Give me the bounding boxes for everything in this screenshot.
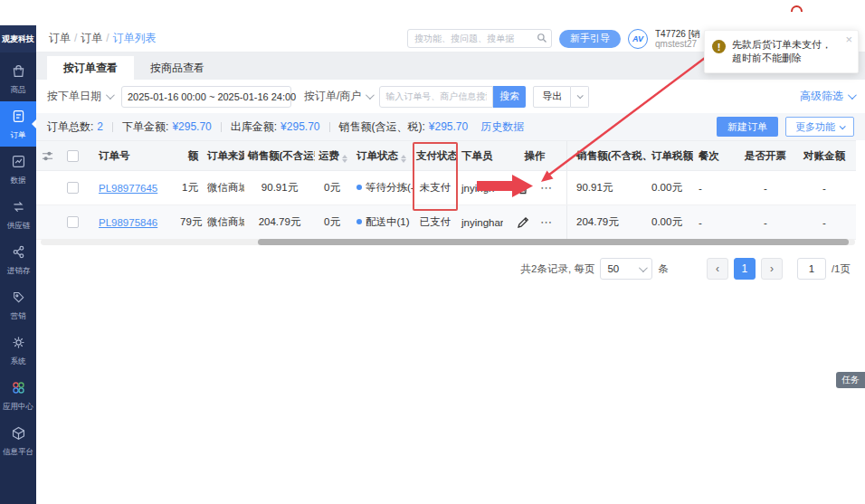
new-order-button[interactable]: 新建订单 [717, 117, 778, 137]
date-type-dropdown[interactable]: 按下单日期 [47, 89, 112, 104]
arrows-swap-icon [11, 199, 26, 218]
more-actions-button[interactable]: ⋯ [540, 218, 553, 227]
bag-icon [11, 63, 26, 82]
tax-cell: 0.00元 [648, 181, 693, 195]
global-search-input[interactable] [407, 29, 552, 48]
header-order-no[interactable]: 订单号 [86, 149, 176, 163]
horizontal-scrollbar-thumb[interactable] [258, 239, 849, 245]
order-no-link[interactable]: PL98977645 [99, 183, 157, 194]
header-reconcile[interactable]: 对账金额 [793, 149, 856, 163]
notification-red-arc [791, 5, 803, 12]
search-type-label: 按订单/商户 [304, 89, 361, 104]
close-icon[interactable]: × [845, 33, 852, 45]
newbie-guide-button[interactable]: 新手引导 [559, 30, 621, 48]
status-text: 等待分拣(-) [366, 182, 413, 193]
sidebar-item-label: 营销 [10, 311, 25, 320]
source-cell: 微信商城 [204, 215, 244, 229]
pay-status-cell: 未支付 [413, 181, 458, 195]
pagination-total-text: 共2条记录, 每页 [521, 262, 595, 276]
sidebar-item-label: 订单 [10, 130, 25, 139]
date-type-label: 按下单日期 [47, 89, 101, 104]
header-invoice[interactable]: 是否开票 [738, 149, 793, 163]
export-dropdown-button[interactable] [571, 86, 589, 108]
sidebar: 观麦科技 商品 订单 数据 供应链 进销存 [0, 25, 36, 504]
sidebar-item-goods[interactable]: 商品 [0, 56, 36, 101]
amount-clipped-cell: 1元 [176, 181, 204, 195]
export-button[interactable]: 导出 [533, 86, 571, 108]
sidebar-item-app-center[interactable]: 应用中心 [0, 373, 36, 418]
delete-icon[interactable] [517, 182, 529, 195]
header-sales[interactable]: 销售额(不含运费) [244, 149, 315, 163]
sales-value: ¥295.70 [429, 120, 468, 133]
sidebar-item-system[interactable]: 系统 [0, 328, 36, 373]
page-size-select[interactable]: 50 [600, 258, 652, 280]
warning-tooltip-text: 先款后货订单未支付，超时前不能删除 [732, 38, 839, 65]
task-tag[interactable]: 任务 [836, 372, 865, 388]
chevron-down-icon [577, 92, 584, 99]
header-orderer[interactable]: 下单员 [458, 149, 503, 163]
sidebar-item-label: 信息平台 [3, 447, 33, 456]
header-source[interactable]: 订单来源 [204, 149, 244, 163]
history-data-link[interactable]: 历史数据 [480, 119, 524, 135]
more-functions-button[interactable]: 更多功能 [785, 117, 854, 137]
date-range-picker[interactable]: 2025-01-16 00:00 ~ 2025-01-16 24:00 [121, 86, 291, 108]
header-sales-no-tax[interactable]: 销售额(不含税、运) [566, 141, 648, 170]
row-checkbox[interactable] [67, 216, 79, 228]
sidebar-item-inventory[interactable]: 进销存 [0, 237, 36, 282]
header-amount-clipped[interactable]: 额 [176, 149, 204, 163]
reconcile-cell: - [793, 217, 856, 228]
sidebar-item-label: 商品 [10, 85, 25, 94]
share-nodes-icon [11, 244, 26, 263]
breadcrumb: 订单 订单 订单列表 [49, 31, 157, 46]
orderer-cell: jnyingh [458, 183, 503, 194]
sort-icon[interactable] [401, 155, 406, 163]
tab-by-product[interactable]: 按商品查看 [134, 56, 221, 80]
sidebar-item-marketing[interactable]: 营销 [0, 282, 36, 328]
sort-icon[interactable] [342, 155, 347, 163]
search-button[interactable]: 搜索 [493, 86, 526, 108]
tab-by-order[interactable]: 按订单查看 [47, 56, 134, 80]
avatar[interactable]: AV [628, 29, 648, 49]
breadcrumb-item[interactable]: 订单 [49, 31, 71, 46]
header-status[interactable]: 订单状态 [349, 149, 413, 163]
sidebar-item-orders[interactable]: 订单 [0, 101, 36, 147]
page-jump-input[interactable] [797, 258, 826, 280]
more-actions-button[interactable]: ⋯ [540, 184, 553, 193]
header-shipping[interactable]: 运费 [315, 149, 349, 163]
order-amount-value: ¥295.70 [172, 120, 211, 133]
sales-label: 销售额(含运、税): [339, 119, 425, 135]
select-all-checkbox[interactable] [67, 150, 79, 162]
sidebar-item-data[interactable]: 数据 [0, 147, 36, 192]
order-no-link[interactable]: PL98975846 [99, 217, 157, 228]
row-checkbox[interactable] [67, 182, 79, 194]
chevron-down-icon [848, 90, 857, 100]
outbound-label: 出库金额: [231, 119, 277, 135]
header-pay-status[interactable]: 支付状态 [413, 149, 458, 163]
advanced-filter-label: 高级筛选 [800, 89, 843, 104]
edit-icon[interactable] [517, 216, 529, 229]
orderer-cell: jnyinghang [458, 217, 503, 228]
column-settings-icon[interactable] [36, 150, 59, 162]
advanced-filter-link[interactable]: 高级筛选 [800, 89, 854, 104]
sales-no-tax-cell: 204.79元 [566, 205, 648, 239]
sidebar-item-supply-chain[interactable]: 供应链 [0, 192, 36, 237]
header-meal[interactable]: 餐次 [693, 149, 738, 163]
chevron-down-icon [106, 90, 115, 100]
user-info[interactable]: T47726 [销 qmstest27 [655, 29, 711, 49]
invoice-cell: - [738, 217, 793, 228]
gear-icon [11, 335, 26, 354]
header-tax[interactable]: 订单税额 [648, 149, 693, 163]
sales-cell: 204.79元 [244, 215, 315, 229]
sidebar-item-info-platform[interactable]: 信息平台 [0, 418, 36, 463]
reconcile-cell: - [793, 183, 856, 194]
current-page-button[interactable]: 1 [734, 258, 756, 280]
search-icon [537, 33, 547, 43]
breadcrumb-item[interactable]: 订单 [74, 31, 102, 46]
horizontal-scrollbar-track[interactable] [41, 239, 855, 245]
search-type-dropdown[interactable]: 按订单/商户 [304, 89, 372, 104]
order-search-input[interactable] [379, 86, 493, 108]
next-page-button[interactable]: › [761, 258, 783, 280]
prev-page-button[interactable]: ‹ [707, 258, 728, 280]
header-ops: 操作 [503, 149, 566, 163]
ops-cell: ⋯ [503, 216, 566, 229]
